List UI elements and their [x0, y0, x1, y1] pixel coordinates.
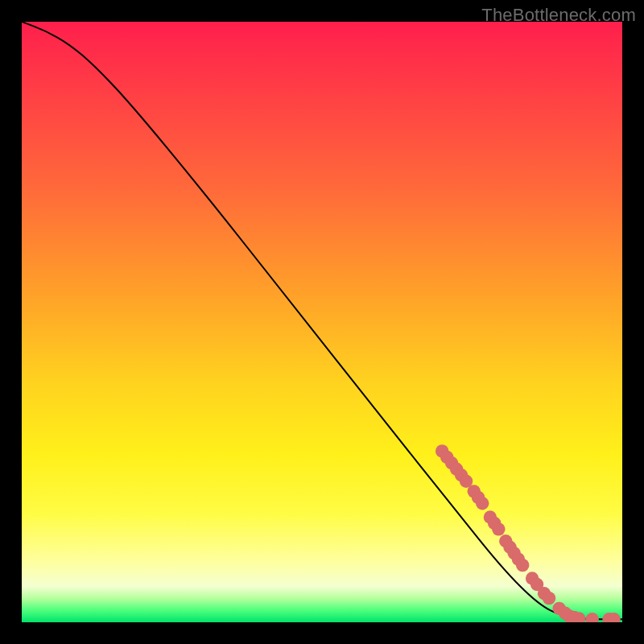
data-marker — [492, 522, 505, 535]
watermark-text: TheBottleneck.com — [481, 5, 636, 26]
chart-svg — [22, 22, 622, 622]
data-marker — [516, 559, 529, 572]
data-marker — [543, 592, 555, 605]
data-marker — [585, 613, 598, 622]
outer-frame: TheBottleneck.com — [0, 0, 644, 644]
bottleneck-curve — [22, 22, 622, 619]
data-marker — [476, 497, 489, 510]
plot-area — [22, 22, 622, 622]
data-markers — [436, 444, 621, 622]
